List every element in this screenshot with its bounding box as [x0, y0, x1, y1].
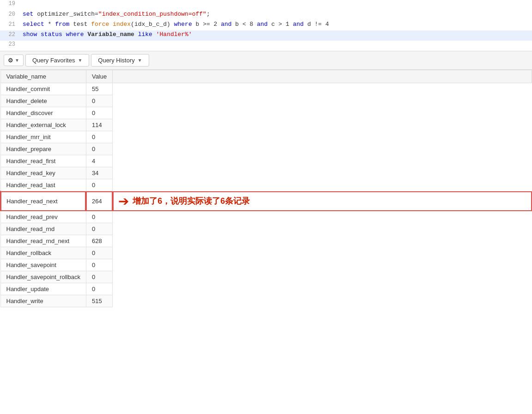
cell-annotation: ➔增加了6，说明实际读了6条记录 [113, 191, 532, 211]
cell-value: 0 [86, 131, 112, 143]
code-line-22: 22 show status where Variable_name like … [0, 30, 532, 41]
line-number-20: 20 [0, 11, 21, 18]
table-row: Handler_external_lock114 [0, 119, 532, 131]
cell-value: 55 [86, 83, 112, 95]
toolbar: ⚙ ▼ Query Favorites ▼ Query History ▼ [0, 51, 532, 70]
cell-value: 0 [86, 179, 112, 191]
table-row: Handler_read_rnd_next628 [0, 235, 532, 247]
line-number-21: 21 [0, 21, 21, 28]
table-row: Handler_write515 [0, 295, 532, 307]
code-line-23: 23 [0, 41, 532, 51]
code-line-20: 20 set optimizer_switch="index_condition… [0, 10, 532, 20]
table-row: Handler_read_rnd0 [0, 223, 532, 235]
line-number-22: 22 [0, 31, 21, 38]
query-history-caret-icon: ▼ [138, 58, 142, 63]
cell-variable-name: Handler_mrr_init [0, 131, 86, 143]
cell-value: 0 [86, 271, 112, 283]
cell-variable-name: Handler_savepoint_rollback [0, 271, 86, 283]
cell-value: 264 [86, 191, 112, 211]
cell-value: 0 [86, 259, 112, 271]
cell-annotation [113, 247, 532, 259]
gear-icon: ⚙ [8, 57, 13, 64]
code-content-21: select * from test force index(idx_b_c_d… [21, 21, 532, 28]
cell-annotation [113, 295, 532, 307]
cell-variable-name: Handler_read_key [0, 167, 86, 179]
cell-value: 114 [86, 119, 112, 131]
cell-annotation [113, 167, 532, 179]
cell-annotation [113, 119, 532, 131]
table-row: Handler_commit55 [0, 83, 532, 95]
cell-annotation [113, 283, 532, 295]
table-row: Handler_prepare0 [0, 143, 532, 155]
table-header-row: Variable_name Value [0, 70, 532, 83]
gear-caret-icon: ▼ [15, 58, 19, 63]
cell-variable-name: Handler_commit [0, 83, 86, 95]
cell-value: 0 [86, 211, 112, 223]
line-number-19: 19 [0, 0, 21, 7]
table-row: Handler_read_key34 [0, 167, 532, 179]
cell-annotation [113, 271, 532, 283]
cell-variable-name: Handler_rollback [0, 247, 86, 259]
column-header-value: Value [86, 70, 112, 83]
cell-variable-name: Handler_read_rnd [0, 223, 86, 235]
cell-variable-name: Handler_read_prev [0, 211, 86, 223]
cell-annotation [113, 83, 532, 95]
cell-variable-name: Handler_discover [0, 107, 86, 119]
cell-annotation [113, 259, 532, 271]
cell-variable-name: Handler_update [0, 283, 86, 295]
table-row: Handler_read_last0 [0, 179, 532, 191]
code-line-19: 19 [0, 0, 532, 10]
table-row: Handler_read_prev0 [0, 211, 532, 223]
table-row: Handler_savepoint0 [0, 259, 532, 271]
table-row: Handler_discover0 [0, 107, 532, 119]
cell-value: 628 [86, 235, 112, 247]
cell-value: 0 [86, 247, 112, 259]
cell-annotation [113, 95, 532, 107]
cell-value: 0 [86, 283, 112, 295]
cell-annotation [113, 143, 532, 155]
cell-value: 0 [86, 107, 112, 119]
cell-annotation [113, 131, 532, 143]
code-line-21: 21 select * from test force index(idx_b_… [0, 20, 532, 30]
cell-value: 0 [86, 223, 112, 235]
cell-variable-name: Handler_read_last [0, 179, 86, 191]
cell-value: 34 [86, 167, 112, 179]
cell-variable-name: Handler_delete [0, 95, 86, 107]
cell-variable-name: Handler_write [0, 295, 86, 307]
annotation-container: ➔增加了6，说明实际读了6条记录 [118, 194, 526, 209]
column-header-variable-name: Variable_name [0, 70, 86, 83]
cell-value: 0 [86, 143, 112, 155]
cell-variable-name: Handler_read_first [0, 155, 86, 167]
cell-annotation [113, 179, 532, 191]
query-favorites-caret-icon: ▼ [78, 58, 82, 63]
table-row: Handler_savepoint_rollback0 [0, 271, 532, 283]
query-history-button[interactable]: Query History ▼ [91, 54, 149, 67]
table-row: Handler_rollback0 [0, 247, 532, 259]
table-row: Handler_update0 [0, 283, 532, 295]
table-row: Handler_read_first4 [0, 155, 532, 167]
column-header-empty [113, 70, 532, 83]
table-row: Handler_read_next264➔增加了6，说明实际读了6条记录 [0, 191, 532, 211]
cell-value: 0 [86, 95, 112, 107]
code-editor: 19 20 set optimizer_switch="index_condit… [0, 0, 532, 51]
query-favorites-label: Query Favorites [32, 57, 75, 64]
annotation-text: 增加了6，说明实际读了6条记录 [133, 195, 250, 207]
table-row: Handler_delete0 [0, 95, 532, 107]
cell-variable-name: Handler_read_next [0, 191, 86, 211]
query-favorites-button[interactable]: Query Favorites ▼ [25, 54, 89, 67]
cell-annotation [113, 235, 532, 247]
gear-settings-button[interactable]: ⚙ ▼ [4, 55, 24, 66]
cell-variable-name: Handler_prepare [0, 143, 86, 155]
cell-value: 515 [86, 295, 112, 307]
code-content-22: show status where Variable_name like 'Ha… [21, 31, 532, 38]
cell-variable-name: Handler_savepoint [0, 259, 86, 271]
code-content-20: set optimizer_switch="index_condition_pu… [21, 11, 532, 18]
cell-value: 4 [86, 155, 112, 167]
query-history-label: Query History [98, 57, 134, 64]
cell-annotation [113, 155, 532, 167]
cell-variable-name: Handler_external_lock [0, 119, 86, 131]
cell-annotation [113, 223, 532, 235]
results-table: Variable_name Value Handler_commit55Hand… [0, 70, 532, 307]
cell-variable-name: Handler_read_rnd_next [0, 235, 86, 247]
cell-annotation [113, 107, 532, 119]
